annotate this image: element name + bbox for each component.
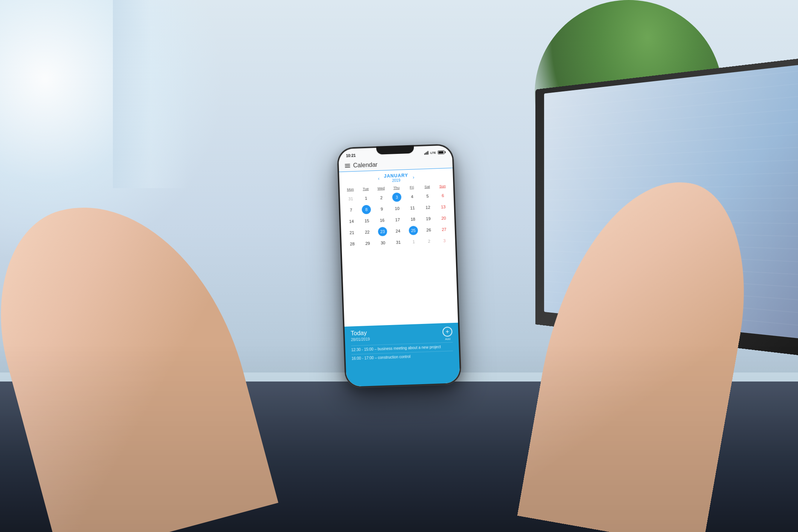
signal-bars-icon bbox=[424, 151, 428, 155]
status-time: 10:21 bbox=[346, 153, 356, 158]
month-year: 2019 bbox=[384, 178, 408, 183]
calendar-cell: 1 bbox=[358, 193, 374, 204]
phone-notch bbox=[376, 145, 414, 154]
calendar-day[interactable]: 10 bbox=[395, 203, 400, 214]
today-title-group: Today 28/01/2019 bbox=[350, 330, 369, 342]
background-curtain bbox=[113, 0, 188, 188]
calendar-day[interactable]: 2 bbox=[380, 192, 383, 203]
day-header-sat: Sat bbox=[419, 184, 435, 190]
calendar-cell: 16 bbox=[374, 215, 390, 226]
today-section: Today 28/01/2019 + Add 12:30 - 15:00 – b… bbox=[344, 323, 460, 387]
calendar-day[interactable]: 23 bbox=[378, 227, 387, 236]
day-header-tue: Tue bbox=[358, 185, 373, 192]
calendar-day[interactable]: 14 bbox=[349, 216, 354, 226]
calendar-day[interactable]: 4 bbox=[410, 192, 413, 202]
next-month-button[interactable]: › bbox=[412, 175, 414, 180]
signal-bar-4 bbox=[427, 151, 428, 155]
calendar-cell: 13 bbox=[435, 201, 451, 212]
calendar-cell: 12 bbox=[420, 202, 436, 213]
calendar-cell: 15 bbox=[359, 215, 375, 226]
menu-line-3 bbox=[345, 167, 350, 168]
calendar-cell: 23 bbox=[375, 226, 391, 237]
signal-bar-3 bbox=[426, 152, 427, 155]
events-list: 12:30 - 15:00 – business meeting about a… bbox=[351, 342, 453, 363]
calendar-day[interactable]: 8 bbox=[362, 205, 371, 214]
phone-screen: 10:21 LTE bbox=[338, 145, 460, 387]
calendar-day[interactable]: 1 bbox=[412, 237, 415, 247]
calendar-day[interactable]: 26 bbox=[426, 225, 431, 235]
calendar-day[interactable]: 29 bbox=[365, 238, 370, 249]
add-label: Add bbox=[445, 337, 450, 340]
calendar-day[interactable]: 31 bbox=[396, 237, 401, 248]
signal-bar-1 bbox=[424, 153, 425, 155]
calendar-day[interactable]: 2 bbox=[427, 236, 430, 246]
calendar-day[interactable]: 17 bbox=[395, 214, 400, 225]
menu-line-2 bbox=[345, 166, 350, 166]
lte-label: LTE bbox=[430, 151, 436, 155]
add-symbol: + bbox=[445, 328, 449, 334]
calendar-cell: 31 bbox=[343, 193, 359, 204]
calendar-day[interactable]: 27 bbox=[441, 224, 446, 235]
app-content: Calendar ‹ JANUARY 2019 › Mo bbox=[339, 156, 460, 387]
calendar-day[interactable]: 11 bbox=[410, 202, 415, 213]
phone-device: 10:21 LTE bbox=[336, 144, 461, 388]
calendar-cell: 17 bbox=[389, 214, 405, 225]
calendar-cell: 24 bbox=[390, 225, 406, 236]
calendar-day[interactable]: 18 bbox=[410, 214, 415, 224]
status-icons: LTE bbox=[424, 150, 444, 155]
calendar-day[interactable]: 1 bbox=[365, 193, 367, 204]
calendar-day[interactable]: 24 bbox=[395, 226, 400, 236]
calendar-day[interactable]: 21 bbox=[349, 227, 354, 238]
calendar-cell: 29 bbox=[360, 238, 375, 249]
calendar-day[interactable]: 19 bbox=[426, 213, 430, 224]
calendar-day[interactable]: 12 bbox=[425, 202, 430, 213]
calendar-day[interactable]: 5 bbox=[426, 191, 429, 201]
battery-fill bbox=[438, 151, 443, 154]
calendar-cell: 21 bbox=[344, 227, 360, 238]
calendar-day[interactable]: 7 bbox=[350, 205, 352, 215]
calendar-cell: 9 bbox=[374, 204, 389, 214]
calendar-day[interactable]: 20 bbox=[441, 213, 446, 223]
calendar-day[interactable]: 6 bbox=[441, 190, 444, 201]
calendar-day[interactable]: 3 bbox=[392, 193, 401, 202]
calendar-cell: 6 bbox=[435, 190, 451, 201]
calendar-day[interactable]: 22 bbox=[365, 227, 369, 237]
add-circle-icon: + bbox=[442, 327, 452, 337]
calendar-day[interactable]: 15 bbox=[364, 216, 369, 226]
calendar-day[interactable]: 25 bbox=[409, 226, 418, 235]
calendar-cell: 27 bbox=[436, 224, 452, 235]
month-title: JANUARY 2019 bbox=[384, 173, 408, 183]
day-header-mon: Mon bbox=[342, 186, 358, 192]
calendar-cell: 7 bbox=[343, 205, 359, 216]
calendar-section: ‹ JANUARY 2019 › MonTueWedThuFriSatSun 3… bbox=[339, 168, 458, 327]
calendar-cell: 30 bbox=[375, 237, 391, 248]
calendar-day[interactable]: 9 bbox=[380, 204, 383, 214]
today-title: Today bbox=[350, 330, 369, 337]
calendar-cell: 5 bbox=[420, 191, 435, 202]
calendar-cell: 10 bbox=[389, 203, 405, 214]
calendar-cell: 31 bbox=[390, 237, 406, 248]
calendar-day[interactable]: 16 bbox=[380, 215, 385, 225]
calendar-day[interactable]: 28 bbox=[350, 239, 354, 249]
day-header-thu: Thu bbox=[389, 184, 404, 190]
calendar-cell: 2 bbox=[373, 192, 389, 203]
calendar-cell: 25 bbox=[405, 225, 421, 236]
calendar-day[interactable]: 3 bbox=[443, 236, 445, 246]
phone-body: 10:21 LTE bbox=[336, 144, 461, 388]
calendar-cell: 26 bbox=[421, 225, 436, 236]
menu-button[interactable] bbox=[345, 164, 350, 168]
calendar-cell: 20 bbox=[436, 213, 451, 223]
app-title: Calendar bbox=[353, 161, 378, 169]
calendar-day[interactable]: 31 bbox=[348, 193, 353, 204]
calendar-day[interactable]: 13 bbox=[441, 202, 445, 212]
calendar-grid: 3112345678910111213141516171819202122232… bbox=[340, 189, 455, 250]
today-date: 28/01/2019 bbox=[351, 337, 369, 342]
calendar-cell: 28 bbox=[344, 239, 360, 249]
day-header-fri: Fri bbox=[404, 184, 419, 190]
calendar-cell: 22 bbox=[359, 226, 375, 237]
calendar-cell: 18 bbox=[405, 214, 421, 225]
calendar-day[interactable]: 30 bbox=[380, 237, 385, 248]
calendar-cell: 3 bbox=[436, 235, 452, 246]
add-event-button[interactable]: + Add bbox=[442, 327, 452, 341]
prev-month-button[interactable]: ‹ bbox=[378, 176, 379, 181]
